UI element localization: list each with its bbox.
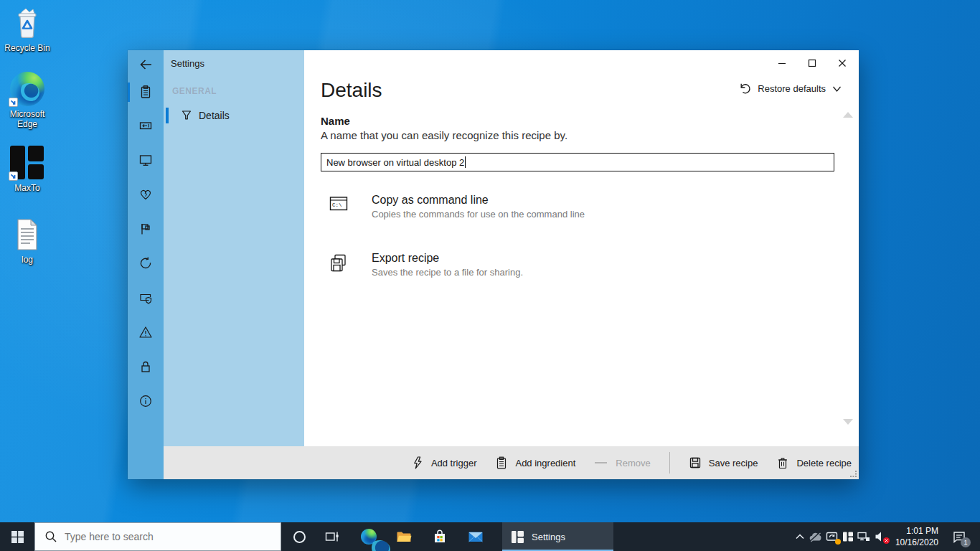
notification-badge: 1 <box>961 537 971 547</box>
refresh-icon[interactable] <box>138 256 153 270</box>
back-button[interactable] <box>138 57 154 72</box>
network-icon <box>857 531 870 542</box>
taskbar-active-app-settings[interactable]: Settings <box>502 522 613 551</box>
tray-maxto-button[interactable] <box>839 522 857 551</box>
maxto-icon <box>842 531 854 542</box>
sidebar-icon-strip <box>128 50 164 479</box>
taskbar-mail-button[interactable] <box>458 522 493 551</box>
action-description: Saves the recipe to a file for sharing. <box>372 267 523 278</box>
search-icon <box>44 530 57 543</box>
export-save-icon <box>329 253 348 273</box>
monitor-icon[interactable] <box>138 153 153 167</box>
copy-as-command-line-button[interactable]: C:\ Copy as command line Copies the comm… <box>321 194 665 227</box>
task-view-button[interactable] <box>315 522 349 551</box>
restore-defaults-button[interactable]: Restore defaults <box>738 82 842 95</box>
resize-grip[interactable] <box>850 471 857 478</box>
desktop[interactable]: Recycle Bin Microsoft Edge MaxTo <box>0 0 980 551</box>
maximize-button[interactable] <box>797 53 827 73</box>
restore-defaults-label: Restore defaults <box>758 83 826 94</box>
settings-window: Settings GENERAL Details <box>128 50 859 479</box>
clipboard-icon[interactable] <box>138 85 153 99</box>
dash-icon <box>594 456 608 469</box>
delete-recipe-button[interactable]: Delete recipe <box>776 456 852 469</box>
onedrive-cloud-icon <box>809 532 822 542</box>
document-icon <box>10 217 44 252</box>
window-title: Settings <box>171 58 204 69</box>
export-recipe-button[interactable]: Export recipe Saves the recipe to a file… <box>321 252 665 285</box>
lock-icon[interactable] <box>138 359 153 374</box>
shortcut-arrow-icon <box>9 98 18 107</box>
action-description: Copies the commands for use on the comma… <box>372 209 585 220</box>
scroll-down-arrow[interactable] <box>843 419 853 425</box>
clock-date: 10/16/2020 <box>882 537 938 548</box>
nav-selection-indicator <box>166 108 169 123</box>
windows-logo-icon <box>11 531 24 543</box>
flag-icon[interactable] <box>138 222 153 236</box>
text-caret <box>465 156 466 168</box>
cortana-button[interactable] <box>282 522 316 551</box>
add-trigger-button[interactable]: Add trigger <box>411 456 477 469</box>
close-button[interactable] <box>827 53 857 73</box>
tray-onedrive-button[interactable] <box>806 522 824 551</box>
desktop-icon-log[interactable]: log <box>1 217 53 265</box>
undo-icon <box>738 82 751 95</box>
recipe-name-input[interactable]: New browser on virtual desktop 2 <box>321 153 834 171</box>
desktop-icon-recycle-bin[interactable]: Recycle Bin <box>1 6 53 53</box>
action-center-button[interactable]: 1 <box>947 522 971 551</box>
chevron-down-icon <box>832 85 842 93</box>
start-button[interactable] <box>0 522 34 551</box>
chevron-up-icon <box>795 532 805 541</box>
funnel-icon <box>179 108 194 123</box>
info-icon[interactable] <box>138 394 153 408</box>
clock-time: 1:01 PM <box>882 525 938 537</box>
desktop-icon-label: Recycle Bin <box>1 43 53 53</box>
desktop-icon-maxto[interactable]: MaxTo <box>1 146 53 193</box>
recycle-bin-icon <box>10 6 44 40</box>
clipboard-icon <box>495 456 508 469</box>
edge-icon <box>361 529 377 545</box>
strip-selection-indicator <box>128 83 130 102</box>
desktop-icon-label: log <box>1 255 53 265</box>
name-field-label: Name <box>321 115 350 127</box>
scroll-up-arrow[interactable] <box>843 112 853 118</box>
tray-sync-app-button[interactable] <box>824 522 841 551</box>
search-input[interactable] <box>65 531 244 542</box>
taskbar: Settings <box>0 522 980 551</box>
minimize-button[interactable] <box>767 53 797 73</box>
action-title: Export recipe <box>372 252 439 265</box>
taskbar-file-explorer-button[interactable] <box>387 522 421 551</box>
command-prompt-icon: C:\ <box>329 195 348 212</box>
input-field-icon[interactable] <box>138 118 153 133</box>
content-area: Details Restore defaults Name A name tha… <box>304 50 859 446</box>
toolbar-separator <box>669 452 670 474</box>
desktop-icon-label: MaxTo <box>1 183 53 193</box>
nav-item-details[interactable]: Details <box>164 106 304 125</box>
svg-text:C:\: C:\ <box>332 202 342 208</box>
taskbar-store-button[interactable] <box>423 522 457 551</box>
nav-item-label: Details <box>199 110 230 121</box>
window-controls <box>767 53 857 73</box>
recipe-name-value: New browser on virtual desktop 2 <box>326 157 464 168</box>
lightning-bolt-icon <box>411 456 424 469</box>
store-icon <box>432 529 448 545</box>
name-field-description: A name that you can easily recognize thi… <box>321 129 567 141</box>
desktop-icon-label: Microsoft Edge <box>1 109 53 129</box>
maxto-icon <box>511 530 524 544</box>
tray-network-button[interactable] <box>855 522 872 551</box>
taskbar-edge-button[interactable] <box>352 522 386 551</box>
folder-icon <box>396 529 412 544</box>
task-view-icon <box>325 530 339 543</box>
warning-icon[interactable] <box>138 325 153 339</box>
heart-icon[interactable] <box>138 187 153 202</box>
recipe-toolbar: Add trigger Add ingredient Remove <box>164 446 859 479</box>
privacy-shield-icon[interactable] <box>138 291 153 306</box>
nav-pane: Settings GENERAL Details <box>164 50 304 446</box>
taskbar-search-box[interactable] <box>34 522 281 551</box>
add-ingredient-button[interactable]: Add ingredient <box>495 456 575 469</box>
action-title: Copy as command line <box>372 194 489 207</box>
desktop-icon-microsoft-edge[interactable]: Microsoft Edge <box>1 72 53 129</box>
remove-button[interactable]: Remove <box>594 456 650 469</box>
save-recipe-button[interactable]: Save recipe <box>689 456 758 469</box>
taskbar-clock[interactable]: 1:01 PM 10/16/2020 <box>882 525 938 548</box>
cortana-icon <box>293 531 306 543</box>
